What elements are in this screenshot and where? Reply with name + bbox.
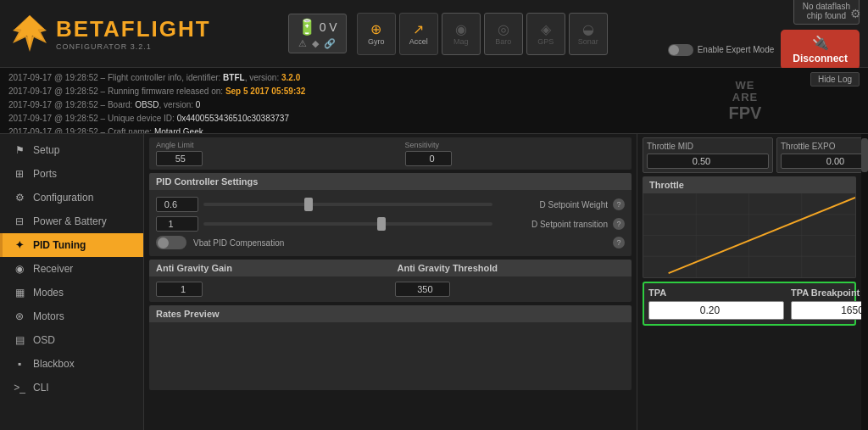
cli-icon: >_ (13, 382, 26, 394)
throttle-section-header: Throttle (643, 176, 856, 193)
baro-label: Baro (495, 37, 511, 46)
d-weight-slider-track[interactable] (203, 203, 492, 206)
link-icon: 🔗 (324, 38, 336, 49)
throttle-expo-field: Throttle EXPO (776, 137, 861, 173)
sidebar-label-configuration: Configuration (33, 192, 93, 204)
angle-limit-label: Angle Limit (156, 141, 194, 149)
sensitivity-input[interactable] (405, 151, 452, 166)
ports-icon: ⊞ (13, 168, 26, 180)
sidebar-label-ports: Ports (33, 168, 57, 180)
sensitivity-label: Sensitivity (405, 141, 440, 149)
brand-name: BETAFLIGHT (56, 16, 211, 42)
sidebar-item-osd[interactable]: ▤ OSD (0, 328, 143, 352)
sidebar-label-receiver: Receiver (33, 263, 73, 275)
throttle-expo-label: Throttle EXPO (781, 142, 861, 151)
sidebar-item-pid-tuning[interactable]: ✦ PID Tuning (0, 233, 143, 257)
throttle-chart (643, 193, 856, 278)
sidebar-item-setup[interactable]: ⚑ Setup (0, 138, 143, 162)
sidebar-item-receiver[interactable]: ◉ Receiver (0, 257, 143, 281)
d-setpoint-transition-row: D Setpoint transition ? (156, 216, 625, 232)
tpa-label: TPA (648, 288, 784, 298)
expert-mode-label: Enable Expert Mode (698, 45, 775, 54)
left-panel: Angle Limit Sensitivity PID Controller S… (144, 134, 637, 430)
sensor-gyro[interactable]: ⊕ Gyro (357, 13, 396, 55)
sidebar-item-blackbox[interactable]: ▪ Blackbox (0, 352, 143, 376)
scrollbar-track[interactable] (861, 134, 868, 430)
anti-gravity-threshold-input[interactable] (395, 282, 450, 297)
tpa-fields-row: TPA TPA Breakpoint (648, 288, 850, 320)
receiver-icon: ◉ (13, 263, 26, 275)
anti-gravity-section: Anti Gravity Gain Anti Gravity Threshold (149, 260, 632, 302)
diamond-icon: ◆ (312, 38, 319, 49)
right-panel: Throttle MID Throttle EXPO Throttle (637, 134, 861, 430)
hide-log-button[interactable]: Hide Log (810, 72, 860, 87)
motors-icon: ⊛ (13, 310, 26, 322)
tpa-input[interactable] (648, 301, 784, 320)
sidebar-item-ports[interactable]: ⊞ Ports (0, 162, 143, 186)
d-setpoint-transition-label: D Setpoint transition (498, 220, 608, 229)
pid-section-header: PID Controller Settings (149, 173, 632, 190)
log-area: 2017-09-17 @ 19:28:52 – Flight controlle… (0, 68, 868, 134)
tpa-breakpoint-input[interactable] (791, 301, 861, 320)
throttle-mid-field: Throttle MID (643, 137, 773, 173)
rates-preview-header: Rates Preview (149, 305, 632, 322)
sensor-accel[interactable]: ↗ Accel (399, 13, 438, 55)
sidebar-label-power-battery: Power & Battery (33, 215, 107, 227)
anti-gravity-gain-input[interactable] (156, 282, 203, 297)
anti-gravity-header-row: Anti Gravity Gain Anti Gravity Threshold (149, 260, 632, 276)
osd-icon: ▤ (13, 334, 26, 346)
d-transition-slider-track[interactable] (203, 222, 492, 226)
d-setpoint-weight-input[interactable] (156, 197, 198, 212)
sidebar-label-modes: Modes (33, 287, 64, 299)
sidebar-item-configuration[interactable]: ⚙ Configuration (0, 186, 143, 209)
gyro-label: Gyro (368, 37, 385, 46)
gps-label: GPS (537, 37, 554, 46)
sidebar-item-modes[interactable]: ▦ Modes (0, 281, 143, 304)
sensor-sonar[interactable]: ◒ Sonar (569, 13, 608, 55)
settings-gear-icon[interactable]: ⚙ (850, 7, 861, 20)
angle-limit-input[interactable] (156, 151, 203, 166)
d-weight-help-icon[interactable]: ? (613, 198, 625, 210)
sidebar-label-osd: OSD (33, 334, 55, 346)
sidebar-label-cli: CLI (33, 382, 49, 394)
configurator-version: CONFIGURATOR 3.2.1 (56, 42, 211, 51)
tpa-breakpoint-label: TPA Breakpoint (791, 288, 861, 298)
sensor-bar: 🔋 0 V ⚠ ◆ 🔗 ⊕ Gyro ↗ Accel ◉ Mag ◎ Baro … (288, 13, 608, 55)
throttle-mid-expo-row: Throttle MID Throttle EXPO (643, 137, 856, 173)
expert-toggle-switch[interactable] (668, 44, 693, 56)
vbat-help-icon[interactable]: ? (613, 237, 625, 249)
sidebar: ⚑ Setup ⊞ Ports ⚙ Configuration ⊟ Power … (0, 134, 144, 430)
sensor-mag[interactable]: ◉ Mag (442, 13, 481, 55)
mag-label: Mag (453, 37, 469, 46)
sensor-baro[interactable]: ◎ Baro (484, 13, 523, 55)
expert-mode-toggle[interactable]: Enable Expert Mode (668, 44, 775, 56)
we-are-fpv-logo: WEAREFPV (690, 68, 800, 134)
sidebar-item-cli[interactable]: >_ CLI (0, 376, 143, 399)
pid-tuning-icon: ✦ (13, 239, 26, 251)
rates-preview-body (149, 322, 632, 390)
throttle-mid-input[interactable] (647, 154, 769, 169)
sidebar-label-motors: Motors (33, 310, 64, 322)
logo-area: BETAFLIGHT CONFIGURATOR 3.2.1 (8, 14, 211, 54)
blackbox-icon: ▪ (13, 358, 26, 370)
d-transition-help-icon[interactable]: ? (613, 218, 625, 230)
sonar-label: Sonar (578, 37, 598, 46)
throttle-mid-label: Throttle MID (647, 142, 769, 151)
rates-preview-section: Rates Preview (149, 305, 632, 390)
sidebar-item-power-battery[interactable]: ⊟ Power & Battery (0, 209, 143, 233)
disconnect-button[interactable]: 🔌 Disconnect (781, 30, 860, 70)
vbat-toggle-switch[interactable] (156, 236, 186, 249)
throttle-expo-input[interactable] (781, 154, 861, 169)
accel-label: Accel (409, 37, 428, 46)
scrollbar-thumb[interactable] (861, 138, 868, 172)
battery-icon: 🔋 (298, 18, 316, 36)
sonar-icon: ◒ (582, 21, 594, 37)
pid-section-body: D Setpoint Weight ? D Setpoint transitio… (149, 190, 632, 256)
vbat-toggle-row: Vbat PID Compensation ? (156, 236, 625, 249)
d-setpoint-transition-input[interactable] (156, 216, 198, 232)
baro-icon: ◎ (498, 21, 509, 37)
sensor-gps[interactable]: ◈ GPS (526, 13, 565, 55)
sidebar-item-motors[interactable]: ⊛ Motors (0, 304, 143, 328)
gps-icon: ◈ (541, 21, 551, 37)
d-setpoint-weight-row: D Setpoint Weight ? (156, 197, 625, 212)
